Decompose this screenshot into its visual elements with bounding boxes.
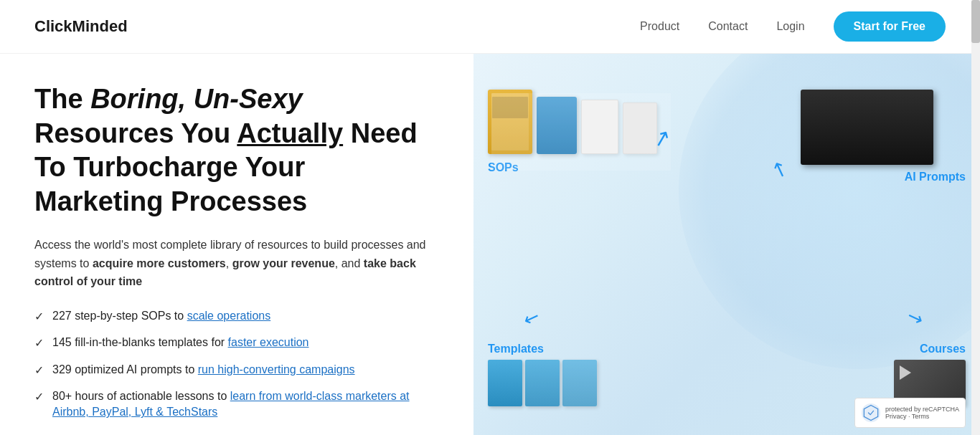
nav-links: Product Contact Login Start for Free bbox=[640, 11, 946, 42]
template-book-3 bbox=[562, 360, 597, 406]
check-icon-2: ✓ bbox=[34, 335, 44, 351]
template-book-stack bbox=[488, 360, 631, 406]
sops-books bbox=[488, 90, 674, 154]
sops-book-stack bbox=[537, 97, 577, 154]
hero-title: The Boring, Un-Sexy Resources You Actual… bbox=[34, 82, 439, 219]
hero-desc-plain2: , bbox=[226, 257, 232, 269]
arrow-ai-down: ↗ bbox=[768, 156, 792, 183]
templates-label: Templates bbox=[488, 343, 631, 355]
checklist-item-1: ✓ 227 step-by-step SOPs to scale operati… bbox=[34, 308, 439, 325]
checklist-item-3: ✓ 329 optimized AI prompts to run high-c… bbox=[34, 362, 439, 378]
recaptcha-line1: protected by reCAPTCHA bbox=[885, 406, 959, 413]
template-book-2 bbox=[525, 360, 560, 406]
ai-prompts-area: AI Prompts ↗ bbox=[801, 90, 966, 183]
dark-book-stack bbox=[801, 90, 933, 165]
scrollbar-thumb[interactable] bbox=[971, 0, 980, 43]
recaptcha-badge: protected by reCAPTCHA Privacy · Terms bbox=[854, 398, 966, 428]
hero-title-text2: Resources You bbox=[34, 118, 237, 148]
nav-link-product[interactable]: Product bbox=[640, 20, 679, 33]
main-content: The Boring, Un-Sexy Resources You Actual… bbox=[0, 54, 980, 435]
check-icon-3: ✓ bbox=[34, 363, 44, 378]
recaptcha-line2: Privacy · Terms bbox=[885, 413, 959, 420]
checklist-text-1: 227 step-by-step SOPs to scale operation… bbox=[52, 308, 270, 324]
sops-blue-book-1 bbox=[537, 97, 577, 154]
hero-desc-bold1: acquire more customers bbox=[93, 257, 226, 269]
checklist-item-4: ✓ 80+ hours of actionable lessons to lea… bbox=[34, 388, 439, 421]
recaptcha-text: protected by reCAPTCHA Privacy · Terms bbox=[885, 406, 959, 420]
courses-label: Courses bbox=[822, 343, 966, 355]
ai-prompts-label: AI Prompts bbox=[801, 171, 966, 183]
hero-right: SOPs ↗ AI Prompt bbox=[473, 54, 980, 435]
logo[interactable]: ClickMinded bbox=[34, 17, 128, 36]
arrow-to-templates: ↙ bbox=[520, 305, 542, 331]
hero-title-underline: Actually bbox=[237, 118, 343, 148]
courses-area: ↘ Courses bbox=[822, 343, 966, 406]
scrollbar[interactable] bbox=[971, 0, 980, 435]
checklist-text-4: 80+ hours of actionable lessons to learn… bbox=[52, 388, 439, 421]
checklist-text-3: 329 optimized AI prompts to run high-con… bbox=[52, 362, 355, 378]
sops-area: SOPs ↗ bbox=[488, 90, 674, 174]
checklist: ✓ 227 step-by-step SOPs to scale operati… bbox=[34, 308, 439, 421]
hero-desc-plain3: , and bbox=[335, 257, 364, 269]
products-grid: SOPs ↗ AI Prompt bbox=[488, 75, 966, 435]
checklist-item-2: ✓ 145 fill-in-the-blanks templates for f… bbox=[34, 335, 439, 351]
arrow-to-courses: ↘ bbox=[903, 305, 925, 331]
template-book-1 bbox=[488, 360, 522, 406]
start-for-free-button[interactable]: Start for Free bbox=[834, 11, 946, 42]
world-class-marketers-link[interactable]: learn from world-class marketers at Airb… bbox=[52, 390, 410, 418]
nav-link-contact[interactable]: Contact bbox=[708, 20, 748, 33]
hero-title-text1: The bbox=[34, 84, 90, 114]
check-icon-4: ✓ bbox=[34, 389, 44, 405]
hero-desc-bold2: grow your revenue bbox=[232, 257, 335, 269]
high-converting-link[interactable]: run high-converting campaigns bbox=[198, 363, 355, 376]
recaptcha-icon bbox=[861, 403, 881, 423]
nav-link-login[interactable]: Login bbox=[776, 20, 804, 33]
hero-left: The Boring, Un-Sexy Resources You Actual… bbox=[0, 54, 473, 435]
checklist-text-2: 145 fill-in-the-blanks templates for fas… bbox=[52, 335, 309, 350]
templates-area: ↙ Templates bbox=[488, 343, 631, 406]
ai-dark-books bbox=[801, 90, 966, 165]
ai-main-stack bbox=[801, 90, 933, 165]
hero-description: Access the world's most complete library… bbox=[34, 236, 436, 291]
faster-execution-link[interactable]: faster execution bbox=[228, 336, 309, 348]
scale-operations-link[interactable]: scale operations bbox=[187, 310, 271, 322]
hero-title-italic: Boring, Un-Sexy bbox=[90, 84, 303, 114]
navbar: ClickMinded Product Contact Login Start … bbox=[0, 0, 980, 54]
check-icon-1: ✓ bbox=[34, 309, 44, 325]
